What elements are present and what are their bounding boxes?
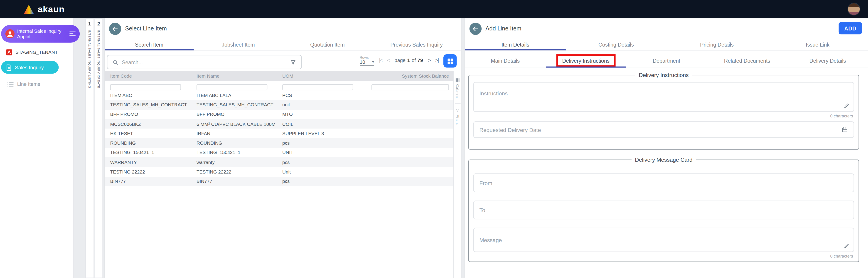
edit-pencil-icon[interactable] [844,103,850,109]
tab-related-documents[interactable]: Related Documents [707,54,787,68]
column-header[interactable]: Item Code [104,73,191,79]
table-row[interactable]: HK TESET IRFAN SUPPLER LEVEL 3 [104,129,454,138]
tab-delivery-instructions[interactable]: Delivery Instructions [546,54,626,68]
cell-item-code: BIN777 [104,178,191,184]
arrow-left-icon [472,25,479,32]
from-field[interactable]: From [473,173,854,192]
tenant-pdf-icon [5,48,13,56]
select-line-item-panel: Select Line Item Search Item Jobsheet It… [104,19,461,278]
rows-label: Rows [360,55,374,59]
table-row[interactable]: TESTING 22222 TESTING 22222 Unit [104,167,454,176]
filter-stock-input[interactable] [371,84,449,90]
sidebar-item-applet[interactable]: Internal Sales Inquiry Applet [1,25,80,43]
calendar-icon[interactable] [841,126,848,133]
vertical-tab-listing[interactable]: 1 INTERNAL SALES INQUIRY LISTING [85,19,94,278]
table-row[interactable]: TESTING_150421_1 TESTING_150421_1 UNIT [104,148,454,158]
filter-icon[interactable] [290,59,296,65]
table-header-row: Item Code Item Name UOM System Stock Bal… [104,71,454,81]
filter-item-name-input[interactable] [196,84,267,90]
sidebar: Internal Sales Inquiry Applet STAGING_TE… [0,19,73,278]
grid-icon [446,57,454,64]
table-side-tools: Columns Filters [454,71,461,278]
table-row[interactable]: TESTING_SALES_MH_CONTRACT TESTING_SALES_… [104,100,454,109]
filters-icon[interactable] [455,108,460,113]
search-box [107,55,302,69]
table-row[interactable]: BFF PROMO BFF PROMO MTO [104,109,454,119]
cell-item-code: TESTING_SALES_MH_CONTRACT [104,102,191,107]
next-page-button[interactable]: > [428,58,430,63]
column-header[interactable]: System Stock Balance [358,73,454,79]
tab-department[interactable]: Department [626,54,707,68]
table-row[interactable]: ITEM ABC ITEM ABC LALA PCS [104,90,454,100]
tab-previous-sales-inquiry[interactable]: Previous Sales Inquiry [372,38,461,50]
applet-label: Internal Sales Inquiry Applet [17,28,67,39]
page-total: 79 [417,58,423,63]
cell-item-code: TESTING_150421_1 [104,150,191,155]
document-icon [6,64,11,71]
from-label: From [479,180,492,186]
edit-pencil-icon[interactable] [844,243,850,249]
columns-icon[interactable] [455,78,460,83]
tab-main-details[interactable]: Main Details [465,54,546,68]
grid-view-button[interactable] [443,54,457,68]
filter-uom-input[interactable] [282,84,353,90]
tab-costing-details[interactable]: Costing Details [566,38,666,50]
cell-item-code: TESTING 22222 [104,169,191,174]
filters-tool-button[interactable]: Filters [456,114,460,124]
columns-tool-button[interactable]: Columns [456,84,460,99]
instructions-field[interactable]: Instructions [473,82,854,112]
left-panel-header: Select Line Item [104,19,461,38]
cell-item-name: TESTING_150421_1 [191,150,277,155]
of-label: of [412,58,416,63]
cell-item-code: BFF PROMO [104,112,191,117]
cell-item-code: ITEM ABC [104,92,191,98]
sidebar-item-line-items[interactable]: Line Items [0,82,73,87]
akaun-triangle-icon [23,4,34,14]
date-label: Requested Delivery Date [479,127,541,133]
column-header[interactable]: Item Name [191,73,277,79]
table-row[interactable]: ROUNDING ROUNDING pcs [104,138,454,148]
sidebar-item-sales-inquiry[interactable]: Sales Inquiry [1,61,59,74]
table-filter-row [104,81,454,90]
cell-item-code: WARRANTY [104,160,191,165]
search-input[interactable] [122,59,287,65]
cell-item-name: ITEM ABC LALA [191,92,277,98]
back-button[interactable] [109,23,121,35]
table-row[interactable]: WARRANTY warranty pcs [104,158,454,167]
page-indicator: page 1 of 79 [394,58,423,63]
message-field[interactable]: Message [473,228,854,252]
column-header[interactable]: UOM [277,73,358,79]
cell-uom: SUPPLER LEVEL 3 [277,131,358,136]
tab-item-details[interactable]: Item Details [465,38,566,50]
to-field[interactable]: To [473,200,854,219]
tab-jobsheet-item[interactable]: Jobsheet Item [194,38,283,50]
cell-uom: pcs [277,140,358,146]
table-row[interactable]: MCSC006BKZ 6 MM² CU/PVC BLACK CABLE 100M… [104,119,454,129]
vertical-tab-create[interactable]: 2 INTERNAL SALES INQUIRY CREATE [94,19,103,278]
rows-value: 10 [360,59,365,65]
brand-logo[interactable]: akaun [23,4,64,14]
sidebar-item-tenant[interactable]: STAGING_TENANT [0,48,73,57]
back-button[interactable] [469,23,482,35]
tab-delivery-details[interactable]: Delivery Details [787,54,868,68]
filter-item-code-input[interactable] [110,84,181,90]
add-button[interactable]: ADD [839,22,862,34]
last-page-button[interactable]: >| [435,58,438,63]
cell-uom: COIL [277,121,358,127]
rows-per-page-select[interactable]: 10 ▾ [360,59,374,66]
brand-name: akaun [38,4,65,14]
tab-search-item[interactable]: Search Item [104,38,194,50]
prev-page-button[interactable]: < [387,58,390,63]
delivery-instructions-form: Delivery Instructions Instructions 0 cha… [468,72,859,278]
tab-quotation-item[interactable]: Quotation Item [283,38,372,50]
requested-delivery-date-field[interactable]: Requested Delivery Date [473,121,854,138]
tab-pricing-details[interactable]: Pricing Details [666,38,767,50]
user-avatar[interactable] [847,3,860,16]
table-row[interactable]: BIN777 BIN777 pcs [104,176,454,186]
first-page-button[interactable]: |< [379,58,382,63]
instructions-label: Instructions [479,90,508,96]
add-line-item-panel: Add Line Item ADD Item Details Costing D… [465,19,868,278]
menu-icon[interactable] [69,31,76,36]
tab-issue-link[interactable]: Issue Link [767,38,868,50]
delivery-message-card-section: Delivery Message Card From To Message 0 … [468,157,859,262]
